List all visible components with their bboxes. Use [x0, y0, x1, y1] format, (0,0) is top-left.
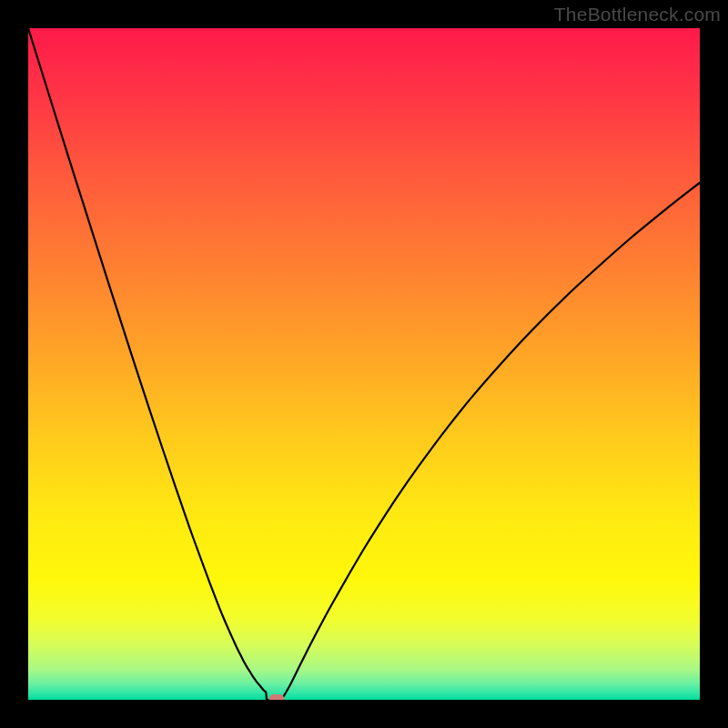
optimum-marker: [269, 694, 285, 700]
chart-stage: TheBottleneck.com: [0, 0, 728, 728]
plot-area: [28, 28, 700, 700]
bottleneck-curve: [28, 28, 700, 700]
watermark-text: TheBottleneck.com: [554, 4, 721, 25]
